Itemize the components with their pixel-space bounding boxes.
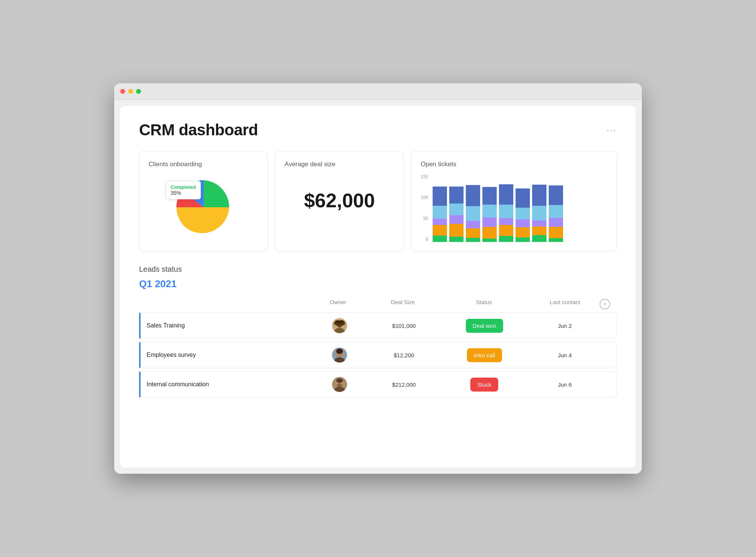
status-badge: Stuck [470,378,498,392]
bars-container [433,174,608,242]
clients-onboarding-card: Clients onboarding Completed 35% [139,151,268,251]
main-content: CRM dashboard ··· Clients onboarding Com… [120,106,636,468]
bar-segment-orange [549,227,563,238]
leads-table-body: Sales Training $101,000 Deal won Jun 2 E… [139,312,617,398]
bar-segment-purple [499,218,513,225]
table-row[interactable]: Sales Training $101,000 Deal won Jun 2 [139,312,617,339]
y-axis: 150 100 50 0 [421,174,430,242]
bar-segment-blue [433,187,447,206]
status-badge: Deal won [466,319,503,333]
col-header-owner: Owner [306,299,370,309]
bar-segment-green [482,239,497,242]
bar-segment-light_blue [466,206,480,221]
svg-point-13 [336,378,343,383]
cards-row: Clients onboarding Completed 35% [139,151,617,251]
bar-segment-blue [499,184,513,205]
minimize-button[interactable] [128,89,133,94]
row-status-cell: Stuck [436,378,533,392]
svg-point-14 [337,383,342,387]
open-tickets-title: Open tickets [421,161,608,168]
pie-chart-wrapper: Completed 35% [148,174,258,240]
col-header-name [144,299,306,309]
completed-label: Completed [171,184,196,190]
clients-onboarding-title: Clients onboarding [148,161,258,168]
bar-stack [482,187,497,242]
col-header-deal: Deal Size [370,299,435,309]
bar-segment-purple [549,218,563,227]
y-label-150: 150 [421,174,428,179]
table-row[interactable]: Employees survey $12,200 Intro call Jun … [139,342,617,368]
bar-stack [433,187,447,242]
row-owner [308,318,372,333]
bar-segment-orange [433,225,447,236]
row-deal-size: $212,000 [372,381,436,388]
bar-segment-green [499,236,513,242]
svg-rect-4 [335,320,344,323]
col-header-add: + [597,299,612,309]
row-owner [308,377,372,392]
bar-segment-orange [482,227,497,239]
owner-avatar [332,347,347,363]
bar-stack [449,187,464,242]
owner-avatar [332,377,347,392]
bar-stack [549,185,563,242]
bar-chart: 150 100 50 0 [421,174,608,242]
bar-stack [499,184,513,242]
row-last-contact: Jun 6 [533,381,597,388]
average-deal-card: Average deal size $62,000 [275,151,404,251]
bar-segment-orange [449,224,464,237]
bar-segment-orange [516,227,530,237]
bar-segment-purple [482,217,497,227]
row-status-cell: Intro call [436,348,533,362]
bar-segment-blue [532,185,546,206]
row-deal-size: $12,200 [372,352,436,358]
quarter-label: Q1 2021 [139,278,617,290]
status-badge: Intro call [467,348,502,362]
bar-segment-green [516,237,530,242]
bar-segment-light_blue [449,204,464,215]
bar-segment-blue [482,187,497,205]
maximize-button[interactable] [136,89,141,94]
bar-segment-blue [466,185,480,206]
traffic-lights [120,89,141,94]
bar-segment-blue [449,187,464,204]
open-tickets-card: Open tickets 150 100 50 0 [411,151,617,251]
table-header: Owner Deal Size Status Last contact + [139,296,617,312]
bar-stack [516,188,530,242]
bar-segment-light_blue [499,205,513,218]
more-options-button[interactable]: ··· [606,124,617,136]
titlebar [114,83,642,100]
pie-tooltip: Completed 35% [166,181,201,199]
page-title: CRM dashboard [139,121,258,139]
row-deal-name: Sales Training [147,322,308,329]
add-column-button[interactable]: + [600,299,610,309]
bar-segment-purple [466,221,480,228]
app-window: CRM dashboard ··· Clients onboarding Com… [114,83,642,474]
table-row[interactable]: Internal communication $212,000 Stuck Ju… [139,371,617,398]
bar-segment-light_blue [433,206,447,219]
svg-point-9 [336,349,343,354]
bar-segment-orange [499,225,513,236]
bar-segment-green [449,237,464,242]
row-owner [308,347,372,363]
completed-pct: 35% [171,190,181,196]
bar-segment-light_blue [532,206,546,220]
col-header-status: Status [435,299,533,309]
row-status-cell: Deal won [436,319,533,333]
bar-segment-orange [532,226,546,235]
close-button[interactable] [120,89,125,94]
bar-segment-orange [466,228,480,238]
bar-segment-green [549,238,563,242]
average-deal-title: Average deal size [285,161,394,168]
row-last-contact: Jun 2 [533,323,597,329]
row-deal-name: Internal communication [147,381,308,388]
page-header: CRM dashboard ··· [139,121,617,139]
bar-segment-blue [549,185,563,205]
y-label-0: 0 [421,237,428,242]
row-deal-name: Employees survey [147,352,308,358]
bar-segment-light_blue [549,205,563,218]
y-label-100: 100 [421,195,428,200]
bar-stack [532,185,546,242]
bar-segment-purple [433,219,447,225]
owner-avatar [332,318,347,333]
